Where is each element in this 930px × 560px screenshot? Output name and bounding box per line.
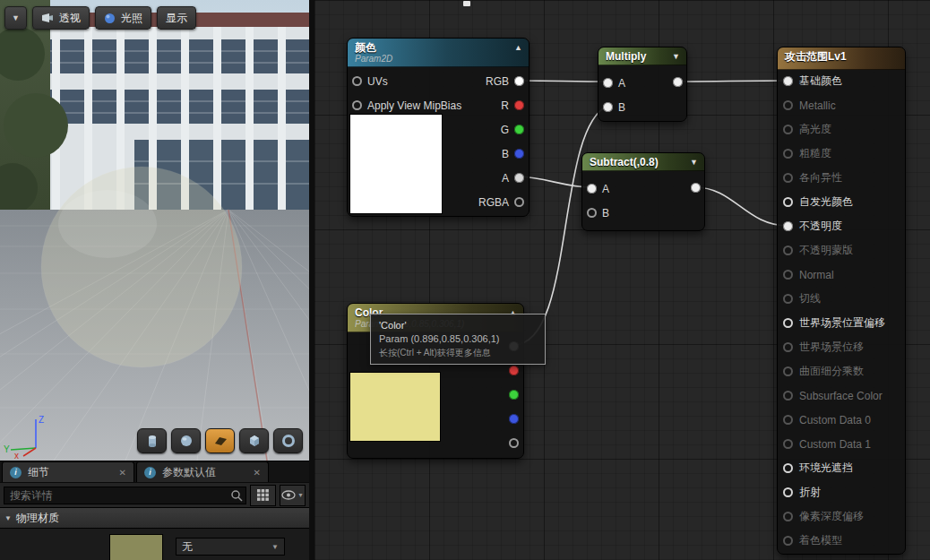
pin-icon[interactable] bbox=[783, 366, 793, 376]
axis-x-label: x bbox=[14, 451, 19, 459]
pin-icon[interactable] bbox=[783, 391, 793, 401]
node-result-header[interactable]: 攻击范围Lv1 bbox=[778, 47, 905, 70]
material-editor-window: ▼ 透视 光照 显示 bbox=[0, 0, 930, 560]
pin-label: 粗糙度 bbox=[799, 146, 831, 161]
pin-icon[interactable] bbox=[509, 414, 519, 424]
preview-plane-button[interactable] bbox=[205, 428, 235, 453]
pin-label: B bbox=[502, 148, 509, 160]
pin-icon[interactable] bbox=[783, 512, 793, 521]
pin-icon[interactable] bbox=[783, 125, 793, 134]
pin-icon[interactable] bbox=[691, 183, 701, 193]
pin-icon[interactable] bbox=[603, 78, 613, 88]
pin-icon[interactable] bbox=[783, 76, 793, 86]
graph-splitter-handle[interactable] bbox=[463, 1, 470, 6]
dropdown-value: 无 bbox=[182, 539, 193, 555]
node-param2d-header[interactable]: 颜色 Param2D ▲ bbox=[348, 39, 529, 67]
pin-icon[interactable] bbox=[783, 197, 793, 207]
cube-icon bbox=[246, 434, 263, 448]
info-icon: i bbox=[144, 467, 156, 478]
pin-label: R bbox=[501, 99, 509, 112]
pin-icon[interactable] bbox=[514, 125, 524, 134]
section-physical-material[interactable]: ▼ 物理材质 bbox=[0, 507, 309, 528]
pin-icon[interactable] bbox=[783, 415, 793, 425]
close-icon[interactable]: ✕ bbox=[254, 468, 261, 478]
preview-viewport[interactable]: ▼ 透视 光照 显示 bbox=[0, 0, 309, 461]
preview-sphere-button[interactable] bbox=[171, 428, 201, 453]
node-title: Multiply bbox=[606, 50, 679, 63]
pin-label: 不透明蒙版 bbox=[799, 243, 853, 258]
node-multiply[interactable]: Multiply ▼ AB bbox=[598, 47, 687, 122]
physical-material-dropdown[interactable]: 无 ▼ bbox=[176, 538, 285, 556]
pin-icon[interactable] bbox=[783, 487, 793, 497]
search-input[interactable] bbox=[4, 487, 246, 504]
perspective-button[interactable]: 透视 bbox=[32, 6, 90, 30]
collapse-icon[interactable]: ▼ bbox=[672, 52, 680, 61]
pin-icon[interactable] bbox=[514, 76, 524, 86]
pin-label: B bbox=[602, 207, 609, 220]
pin-icon[interactable] bbox=[783, 439, 793, 449]
material-input-row: Custom Data 0 bbox=[778, 408, 905, 432]
display-filter-button[interactable] bbox=[250, 485, 276, 506]
details-panel: i 细节 ✕ i 参数默认值 ✕ bbox=[0, 461, 309, 560]
preview-cylinder-button[interactable] bbox=[137, 428, 167, 453]
pin-icon[interactable] bbox=[587, 208, 597, 218]
collapse-icon[interactable]: ▼ bbox=[690, 158, 698, 167]
pin-icon[interactable] bbox=[783, 463, 793, 473]
pin-icon[interactable] bbox=[783, 294, 793, 304]
node-param2d[interactable]: 颜色 Param2D ▲ UVsApply View MipBias RGBRG… bbox=[347, 38, 530, 217]
material-graph-canvas[interactable]: 颜色 Param2D ▲ UVsApply View MipBias RGBRG… bbox=[314, 0, 930, 560]
node-title: 攻击范围Lv1 bbox=[785, 50, 898, 63]
pin-icon[interactable] bbox=[514, 173, 524, 183]
material-input-row: 不透明度 bbox=[778, 214, 905, 238]
pin-icon[interactable] bbox=[783, 318, 793, 328]
show-button[interactable]: 显示 bbox=[157, 6, 196, 30]
tab-parameter-defaults[interactable]: i 参数默认值 ✕ bbox=[136, 461, 269, 482]
cylinder-icon bbox=[144, 434, 160, 448]
pin-icon[interactable] bbox=[509, 366, 519, 375]
tab-details[interactable]: i 细节 ✕ bbox=[2, 461, 134, 482]
material-input-row: 环境光遮挡 bbox=[778, 456, 905, 480]
material-input-row: 世界场景位置偏移 bbox=[778, 311, 905, 335]
view-options-button[interactable]: ▼ bbox=[280, 485, 306, 506]
close-icon[interactable]: ✕ bbox=[119, 468, 126, 478]
viewport-toolbar: ▼ 透视 光照 显示 bbox=[4, 6, 196, 30]
lit-button[interactable]: 光照 bbox=[95, 6, 151, 30]
collapse-icon[interactable]: ▲ bbox=[514, 43, 522, 52]
search-icon bbox=[230, 489, 243, 502]
pin-icon[interactable] bbox=[783, 342, 793, 352]
pin-icon[interactable] bbox=[514, 149, 524, 159]
node-subtract[interactable]: Subtract(,0.8) ▼ AB bbox=[581, 152, 705, 231]
node-subtract-header[interactable]: Subtract(,0.8) ▼ bbox=[582, 153, 704, 171]
pin-icon[interactable] bbox=[783, 246, 793, 255]
material-preview-swatch[interactable] bbox=[109, 534, 163, 560]
viewport-options-button[interactable]: ▼ bbox=[4, 6, 27, 30]
pin-icon[interactable] bbox=[783, 100, 793, 110]
lit-icon bbox=[104, 13, 116, 24]
node-multiply-header[interactable]: Multiply ▼ bbox=[598, 47, 686, 65]
pin-icon[interactable] bbox=[783, 270, 793, 280]
pin-icon[interactable] bbox=[514, 100, 524, 110]
pin-label: A bbox=[618, 77, 625, 90]
pin-icon[interactable] bbox=[783, 221, 793, 231]
pin-icon[interactable] bbox=[603, 102, 613, 112]
viewport-scene[interactable] bbox=[0, 0, 309, 461]
pin-label: 切线 bbox=[799, 291, 821, 306]
pin-icon[interactable] bbox=[783, 149, 793, 159]
preview-custom-mesh-button[interactable] bbox=[273, 428, 303, 453]
pin-icon[interactable] bbox=[587, 184, 597, 194]
pin-icon[interactable] bbox=[509, 390, 519, 400]
wire-alpha-to-subtract-a bbox=[519, 177, 591, 187]
pin-icon[interactable] bbox=[783, 536, 793, 546]
node-input-row: B bbox=[598, 95, 686, 119]
material-input-row: 折射 bbox=[778, 480, 905, 504]
color-node-preview bbox=[349, 372, 441, 442]
node-title: Subtract(,0.8) bbox=[590, 156, 697, 168]
pin-icon[interactable] bbox=[514, 197, 524, 207]
pin-icon[interactable] bbox=[783, 173, 793, 183]
pin-icon[interactable] bbox=[673, 77, 683, 87]
pin-icon[interactable] bbox=[509, 438, 519, 448]
pin-label: B bbox=[618, 101, 625, 114]
node-material-result[interactable]: 攻击范围Lv1 基础颜色Metallic高光度粗糙度各向异性自发光颜色不透明度不… bbox=[777, 47, 906, 555]
pin-label: 高光度 bbox=[799, 122, 831, 137]
preview-cube-button[interactable] bbox=[239, 428, 269, 453]
